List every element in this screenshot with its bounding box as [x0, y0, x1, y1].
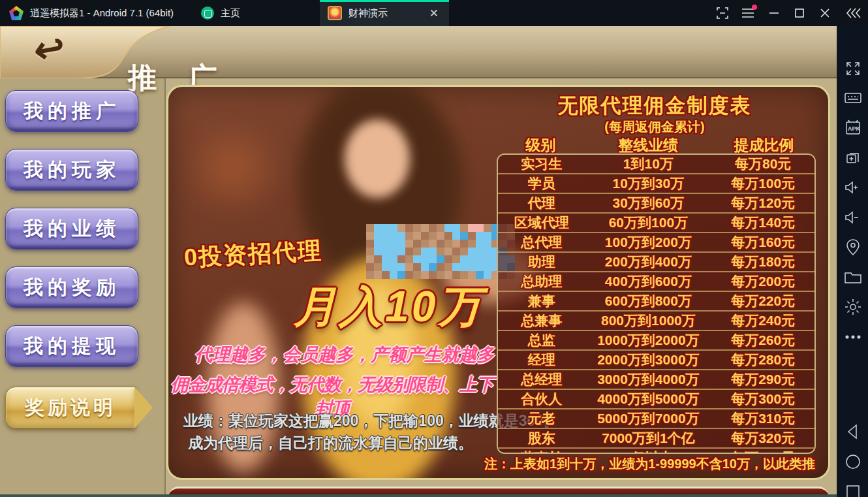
table-cell: 合伙人	[498, 390, 585, 408]
table-row: 学员10万到30万每万100元	[498, 173, 814, 193]
table-row: 总兼事800万到1000万每万240元	[498, 310, 814, 330]
table-row: 董事长1亿以上每万330元	[498, 447, 814, 454]
svg-text:APK: APK	[848, 125, 861, 132]
emulator-window: 逍遥模拟器1 - Android 7.1 (64bit) 主页 财神演示 ✕	[0, 0, 868, 497]
promo-card: 0投资招代理 月入10万 代理越多，会员越多，产额产生就越多 佣金成倍模式，无代…	[166, 85, 830, 480]
table-cell: 每万320元	[711, 429, 814, 447]
table-cell: 兼事	[498, 292, 585, 310]
promo-note-line2: 成为代理后，自己打的流水算自己的业绩。	[188, 433, 473, 453]
tab-home[interactable]: 主页	[193, 0, 248, 26]
promo-sidebar: 我的推广我的玩家我的业绩我的奖励我的提现奖励说明	[0, 78, 163, 497]
maximize-icon[interactable]	[790, 4, 809, 22]
folder-icon[interactable]	[845, 269, 861, 286]
nav-recents-icon[interactable]	[845, 483, 861, 497]
sidebar-item-label: 我的提现	[23, 333, 120, 360]
table-cell: 每万310元	[711, 409, 814, 428]
table-cell: 助理	[498, 253, 585, 271]
table-cell: 每万180元	[711, 253, 814, 271]
table-cell: 经理	[498, 351, 585, 369]
table-cell: 每万100元	[711, 174, 814, 193]
nav-back-icon[interactable]	[845, 423, 861, 440]
table-cell: 200万到400万	[585, 253, 711, 271]
table-row: 总代理100万到200万每万160元	[498, 232, 814, 251]
home-tab-icon	[201, 7, 214, 20]
table-cell: 2000万到3000万	[585, 351, 711, 369]
sidebar-item-label: 我的玩家	[23, 157, 120, 184]
apk-install-icon[interactable]: APK	[845, 119, 861, 136]
commission-footnote: 注：上表如1到十万，业绩为1-99999不含10万，以此类推	[472, 455, 828, 473]
multi-window-icon[interactable]	[845, 149, 861, 166]
table-cell: 每万120元	[711, 194, 814, 212]
table-cell: 10万到30万	[585, 174, 711, 193]
sidebar-item-label: 我的奖励	[23, 274, 120, 301]
table-cell: 100万到200万	[585, 233, 711, 251]
col-header-performance: 整线业绩	[584, 135, 712, 155]
table-cell: 每万280元	[711, 351, 814, 369]
table-cell: 600万到800万	[585, 292, 711, 310]
minimize-icon[interactable]	[764, 4, 784, 22]
table-cell: 总助理	[498, 272, 585, 291]
table-cell: 1到10万	[585, 155, 711, 173]
table-cell: 每万140元	[711, 214, 814, 232]
table-cell: 3000万到4000万	[585, 370, 711, 389]
table-cell: 股东	[498, 429, 585, 447]
table-cell: 4000万到5000万	[585, 390, 711, 408]
table-cell: 每万160元	[711, 233, 814, 251]
volume-up-icon[interactable]	[845, 179, 861, 196]
sidebar-item-6[interactable]: 奖励说明	[5, 387, 136, 428]
table-cell: 每万330元	[711, 449, 814, 454]
volume-down-icon[interactable]	[845, 209, 861, 226]
sidebar-item-5[interactable]: 我的提现	[5, 325, 138, 367]
location-icon[interactable]	[845, 239, 861, 256]
table-row: 区域代理60万到100万每万140元	[498, 212, 814, 232]
table-cell: 每万240元	[711, 312, 814, 330]
collapse-sidebar-icon[interactable]	[844, 4, 863, 22]
table-cell: 每万220元	[711, 292, 814, 310]
col-header-rate: 提成比例	[712, 135, 816, 155]
table-cell: 实习生	[498, 155, 585, 173]
commission-title: 无限代理佣金制度表	[491, 92, 818, 120]
promo-headline: 月入10万	[294, 278, 484, 336]
table-cell: 董事长	[498, 449, 585, 454]
notification-dot	[752, 5, 757, 10]
table-cell: 800万到1000万	[585, 312, 711, 330]
col-header-level: 级别	[497, 135, 584, 155]
window-title: 逍遥模拟器1 - Android 7.1 (64bit)	[30, 7, 174, 20]
table-row: 股东7000万到1个亿每万320元	[498, 428, 814, 447]
sidebar-item-label: 我的推广	[23, 98, 120, 125]
close-icon[interactable]	[815, 4, 835, 22]
table-cell: 7000万到1个亿	[585, 429, 711, 447]
sidebar-item-4[interactable]: 我的奖励	[5, 266, 138, 308]
emulator-toolbar: APK	[837, 26, 868, 497]
sidebar-item-1[interactable]: 我的推广	[5, 90, 138, 132]
fullscreen-icon[interactable]	[845, 60, 861, 77]
tab-app-active[interactable]: 财神演示 ✕	[320, 0, 449, 26]
emulator-logo-icon	[9, 6, 23, 20]
tab-close-icon[interactable]: ✕	[427, 7, 441, 20]
active-arrow-tip	[134, 387, 153, 428]
table-cell: 400万到600万	[585, 272, 711, 291]
promo-pink-line1: 代理越多，会员越多，产额产生就越多	[194, 343, 495, 366]
table-cell: 总监	[498, 331, 585, 349]
window-titlebar: 逍遥模拟器1 - Android 7.1 (64bit) 主页 财神演示 ✕	[0, 0, 868, 26]
table-cell: 每万200元	[711, 272, 814, 291]
commission-table-header: 级别 整线业绩 提成比例	[497, 135, 816, 155]
screenshot-icon[interactable]	[713, 4, 732, 22]
table-row: 助理200万到400万每万180元	[498, 251, 814, 271]
table-row: 代理30万到60万每万120元	[498, 193, 814, 212]
menu-icon[interactable]	[738, 4, 758, 22]
keyboard-icon[interactable]	[845, 89, 861, 106]
table-cell: 1亿以上	[585, 449, 711, 454]
table-cell: 每万260元	[711, 331, 814, 349]
sidebar-item-3[interactable]: 我的业绩	[5, 208, 138, 249]
promo-tagline: 0投资招代理	[183, 234, 323, 274]
table-cell: 总代理	[498, 233, 585, 251]
table-cell: 元老	[498, 409, 585, 428]
nav-home-icon[interactable]	[845, 453, 861, 470]
sidebar-item-label: 奖励说明	[25, 394, 116, 421]
more-icon[interactable]	[845, 329, 861, 345]
settings-icon[interactable]	[845, 298, 861, 315]
table-cell: 区域代理	[498, 214, 585, 232]
table-row: 兼事600万到800万每万220元	[498, 291, 814, 310]
sidebar-item-2[interactable]: 我的玩家	[5, 149, 138, 191]
